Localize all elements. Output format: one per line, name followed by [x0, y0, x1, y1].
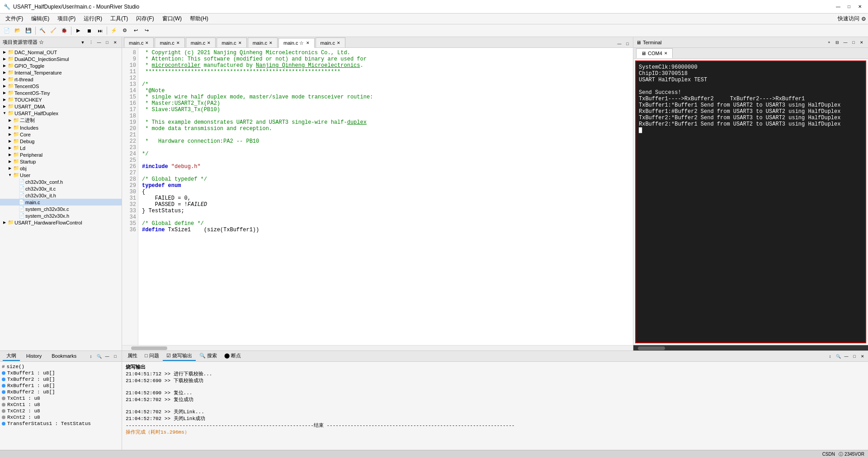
code-content[interactable]: * Copyright (c) 2021 Nanjing Qinheng Mic… — [138, 48, 633, 345]
terminal-panel-controls[interactable]: + ⊟ — □ ✕ — [826, 39, 865, 46]
terminal-maximize-icon[interactable]: □ — [850, 39, 857, 46]
toolbar-save[interactable]: 💾 — [24, 26, 33, 36]
tree-item[interactable]: ▶📁Core — [0, 131, 122, 138]
panel-minimize-icon[interactable]: — — [95, 39, 103, 46]
tree-item[interactable]: 📄ch32v30x_it.h — [0, 192, 122, 199]
menu-edit[interactable]: 编辑(E) — [28, 14, 53, 23]
menu-help[interactable]: 帮助(H) — [186, 14, 212, 23]
toolbar-stop[interactable]: ⏹ — [84, 26, 94, 36]
terminal-hscrollbar-thumb[interactable] — [638, 346, 665, 350]
tree-item[interactable]: ▶📁Startup — [0, 158, 122, 165]
tree-item[interactable]: 📄system_ch32v30x.h — [0, 212, 122, 219]
editor-maximize-icon[interactable]: □ — [624, 40, 631, 47]
tab-flash-output[interactable]: ☑ 烧写输出 — [163, 351, 196, 361]
terminal-hscrollbar[interactable] — [633, 345, 868, 351]
panel-menu-icon[interactable]: ⋮ — [87, 39, 94, 46]
tree-item[interactable]: ▶📁Peripheral — [0, 151, 122, 158]
menu-run[interactable]: 运行(R) — [80, 14, 106, 23]
tree-item[interactable]: ▶📁TOUCHKEY — [0, 96, 122, 103]
toolbar-run[interactable]: ▶ — [73, 26, 83, 36]
panel-close-icon[interactable]: ✕ — [112, 39, 119, 46]
flash-output-controls[interactable]: ↕ 🔍 — □ ✕ — [826, 353, 866, 360]
tree-item[interactable]: ▼📁User — [0, 172, 122, 178]
menu-file[interactable]: 文件(F) — [2, 14, 27, 23]
tab-search[interactable]: 🔍 搜索 — [196, 351, 221, 361]
panel-maximize-icon[interactable]: □ — [104, 39, 111, 46]
tab-main-7[interactable]: main.c✕ — [316, 37, 345, 47]
editor-panel-controls[interactable]: — □ — [616, 40, 631, 47]
outline-maximize-icon[interactable]: □ — [112, 353, 119, 360]
tab-main-1[interactable]: main.c✕ — [124, 37, 154, 47]
editor-hscrollbar-thumb[interactable] — [131, 346, 167, 350]
terminal-output[interactable]: SystemClk:96000000 ChipID:30700518 USART… — [635, 61, 866, 343]
outline-btn-2[interactable]: 🔍 — [95, 353, 103, 360]
terminal-new-icon[interactable]: + — [826, 39, 833, 46]
tab-main-5[interactable]: main.c✕ — [248, 37, 278, 47]
toolbar-undo[interactable]: ↩ — [131, 26, 141, 36]
tree-item[interactable]: ▶📁Internal_Temperature — [0, 69, 122, 76]
tree-item[interactable]: 📄ch32v30x_conf.h — [0, 178, 122, 185]
project-panel-controls[interactable]: ▼ ⋮ — □ ✕ — [79, 39, 119, 46]
close-button[interactable]: ✕ — [855, 2, 864, 11]
flash-output-btn-2[interactable]: 🔍 — [835, 353, 842, 360]
code-editor[interactable]: 89101112 1314151617 1819202122 232425262… — [122, 48, 633, 345]
toolbar-new[interactable]: 📄 — [2, 26, 12, 36]
collapse-icon[interactable]: ▼ — [79, 39, 86, 46]
tab-main-active[interactable]: main.c ☆✕ — [278, 38, 314, 48]
outline-collapse-icon[interactable]: — — [104, 353, 111, 360]
toolbar-flash[interactable]: ⚡ — [109, 26, 119, 36]
outline-btn-1[interactable]: ↕ — [87, 353, 94, 360]
tab-problems[interactable]: □ 问题 — [141, 351, 163, 361]
flash-output-maximize[interactable]: □ — [851, 353, 858, 360]
toolbar-redo[interactable]: ↪ — [142, 26, 151, 36]
editor-minimize-icon[interactable]: — — [616, 40, 623, 47]
toolbar-build[interactable]: 🔨 — [38, 26, 47, 36]
tree-item[interactable]: ▶📁USART_HardwareFlowControl — [0, 219, 122, 226]
quick-access-icon[interactable]: ⚙ — [861, 16, 866, 22]
tab-properties[interactable]: 属性 — [124, 351, 141, 361]
tab-main-4[interactable]: main.c✕ — [217, 37, 246, 47]
tree-item[interactable]: 📄ch32v30x_it.c — [0, 185, 122, 192]
tree-item[interactable]: ▶📁Ld — [0, 145, 122, 151]
flash-output-close[interactable]: ✕ — [859, 353, 866, 360]
tab-history[interactable]: History — [23, 352, 45, 360]
flash-output-minimize[interactable]: — — [843, 353, 850, 360]
toolbar-debug[interactable]: 🐞 — [59, 26, 69, 36]
maximize-button[interactable]: □ — [844, 2, 854, 11]
tree-item[interactable]: ▶📁Includes — [0, 124, 122, 131]
menu-window[interactable]: 窗口(W) — [159, 14, 185, 23]
tree-item[interactable]: 📄main.c — [0, 199, 122, 206]
menu-flash[interactable]: 闪存(F) — [132, 14, 157, 23]
tree-item[interactable]: ▶📁DualADC_InjectionSimul — [0, 56, 122, 62]
tab-com4[interactable]: 🖥 COM4 ✕ — [636, 48, 673, 58]
titlebar-controls[interactable]: — □ ✕ — [834, 2, 864, 11]
tree-item[interactable]: ▶📁Debug — [0, 138, 122, 145]
tab-main-2[interactable]: main.c✕ — [155, 37, 184, 47]
tree-item[interactable]: ▶📁二进制 — [0, 117, 122, 124]
tree-item[interactable]: ▶📁obj — [0, 165, 122, 172]
tree-item[interactable]: ▶📁TencentOS — [0, 83, 122, 89]
terminal-split-icon[interactable]: ⊟ — [834, 39, 841, 46]
tree-item[interactable]: 📄system_ch32v30x.c — [0, 206, 122, 212]
minimize-button[interactable]: — — [834, 2, 843, 11]
terminal-close-icon[interactable]: ✕ — [858, 39, 865, 46]
tab-bookmarks[interactable]: Bookmarks — [48, 352, 80, 360]
tab-breakpoints[interactable]: ⬤ 断点 — [221, 351, 245, 361]
editor-hscrollbar[interactable] — [122, 345, 633, 351]
toolbar-settings[interactable]: ⚙ — [120, 26, 130, 36]
terminal-minimize-icon[interactable]: — — [842, 39, 849, 46]
menu-project[interactable]: 项目(P) — [54, 14, 79, 23]
toolbar-open[interactable]: 📂 — [13, 26, 23, 36]
toolbar-clean[interactable]: 🧹 — [48, 26, 58, 36]
tree-item[interactable]: ▼📁USART_HalfDuplex — [0, 110, 122, 117]
tree-item[interactable]: ▶📁TencentOS-Tiny — [0, 89, 122, 96]
tree-item[interactable]: ▶📁GPIO_Toggle — [0, 62, 122, 69]
flash-output-btn-1[interactable]: ↕ — [826, 353, 834, 360]
tree-item[interactable]: ▶📁rt-thread — [0, 76, 122, 83]
tree-item[interactable]: ▶📁USART_DMA — [0, 103, 122, 110]
tree-item[interactable]: ▶📁DAC_Normal_OUT — [0, 49, 122, 56]
toolbar-step[interactable]: ⏭ — [95, 26, 105, 36]
menu-tools[interactable]: 工具(T) — [107, 14, 132, 23]
tab-outline[interactable]: 大纲 — [3, 351, 20, 361]
tab-main-3[interactable]: main.c✕ — [186, 37, 216, 47]
